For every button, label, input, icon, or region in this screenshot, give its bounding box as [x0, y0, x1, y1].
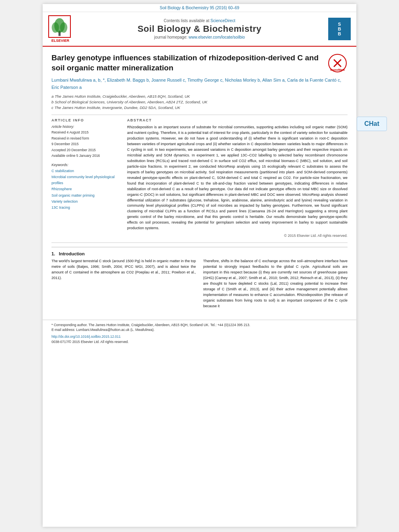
page: Soil Biology & Biochemistry 95 (2016) 60… [43, 4, 356, 527]
elsevier-wordmark: ELSEVIER [48, 39, 72, 43]
introduction-section: 1. Introduction The world's largest terr… [51, 247, 348, 309]
footer: http://dx.doi.org/10.1016/j.soilbio.2015… [43, 333, 356, 346]
keyword-5: Variety selection [51, 199, 120, 205]
authors-text: Lumbani Mwafulirwa a, b, *, Elizabeth M.… [51, 78, 341, 90]
article-title-block: Barley genotype influences stabilization… [51, 53, 348, 73]
elsevier-tree-icon [47, 16, 72, 37]
affiliations: a The James Hutton Institute, Craigiebuc… [51, 94, 348, 111]
authors: Lumbani Mwafulirwa a, b, *, Elizabeth M.… [51, 77, 348, 91]
crossmark: CrossMark [327, 53, 348, 76]
affiliation-c: c The James Hutton Institute, Invergowri… [51, 105, 348, 111]
abstract-text: Rhizodeposition is an important source o… [127, 125, 348, 231]
abstract-col: Abstract Rhizodeposition is an important… [127, 118, 348, 238]
keyword-6: 13C tracing [51, 205, 120, 211]
sbb-logo: S B B [328, 18, 351, 40]
footnotes: * Corresponding author. The James Hutton… [43, 320, 356, 333]
intro-title: 1. Introduction [51, 251, 348, 256]
intro-left-col: The world's largest terrestrial C stock … [51, 259, 196, 309]
contents-line: Contents lists available at ScienceDirec… [76, 18, 323, 23]
top-bar: Soil Biology & Biochemistry 95 (2016) 60… [43, 4, 356, 12]
journal-header: ELSEVIER Contents lists available at Sci… [43, 12, 356, 47]
article-info-abstract: Article Info Article history: Received 4… [51, 118, 348, 238]
article-info-label: Article Info [51, 118, 120, 122]
sciencedirect-link[interactable]: ScienceDirect [210, 18, 235, 23]
copyright-line: © 2015 Elsevier Ltd. All rights reserved… [127, 234, 348, 238]
divider-2 [51, 242, 348, 243]
abstract-label: Abstract [127, 118, 348, 122]
journal-center: Contents lists available at ScienceDirec… [76, 18, 323, 39]
corresponding-author: * Corresponding author. The James Hutton… [51, 322, 348, 328]
article-history-block: Article history: Received 4 August 2015 … [51, 125, 120, 158]
issn-line: 0038-0717/© 2015 Elsevier Ltd. All right… [51, 340, 129, 344]
history-label: Article history: [51, 125, 120, 129]
homepage-line: journal homepage: www.elsevier.com/locat… [76, 35, 323, 39]
keywords-section: Keywords: C stabilization Microbial comm… [51, 163, 120, 211]
journal-name: Soil Biology & Biochemistry [76, 24, 323, 34]
article-body: Barley genotype influences stabilization… [43, 47, 356, 316]
doi-link[interactable]: http://dx.doi.org/10.1016/j.soilbio.2015… [51, 335, 121, 339]
article-title-text: Barley genotype influences stabilization… [51, 53, 319, 72]
keyword-3: Rhizosphere [51, 186, 120, 192]
elsevier-logo: ELSEVIER [48, 15, 72, 43]
keyword-4: Soil organic matter priming [51, 193, 120, 199]
article-info-col: Article Info Article history: Received 4… [51, 118, 120, 238]
journal-logo-right: S B B [327, 18, 351, 40]
intro-right-col: Therefore, shifts in the balance of C ex… [203, 259, 348, 309]
homepage-link[interactable]: www.elsevier.com/locate/soilbio [189, 35, 245, 39]
email-footnote: E-mail address: Lumbani.Mwafulirwa@hutto… [51, 327, 348, 333]
svg-point-3 [60, 23, 67, 33]
received-date: Received 4 August 2015 Received in revis… [51, 129, 120, 158]
chat-button[interactable]: CHat [357, 117, 387, 131]
keyword-1: C stabilization [51, 168, 120, 174]
journal-citation: Soil Biology & Biochemistry 95 (2016) 60… [160, 6, 239, 10]
keywords-label: Keywords: [51, 163, 120, 167]
svg-point-2 [52, 23, 59, 33]
svg-text:CrossMark: CrossMark [330, 68, 345, 71]
affiliation-b: b School of Biological Sciences, Univers… [51, 99, 348, 105]
intro-cols: The world's largest terrestrial C stock … [51, 259, 348, 309]
affiliation-a: a The James Hutton Institute, Craigiebuc… [51, 94, 348, 99]
keyword-2: Microbial community level physiological … [51, 174, 120, 187]
divider-1 [51, 115, 348, 115]
crossmark-icon: CrossMark [327, 53, 348, 73]
